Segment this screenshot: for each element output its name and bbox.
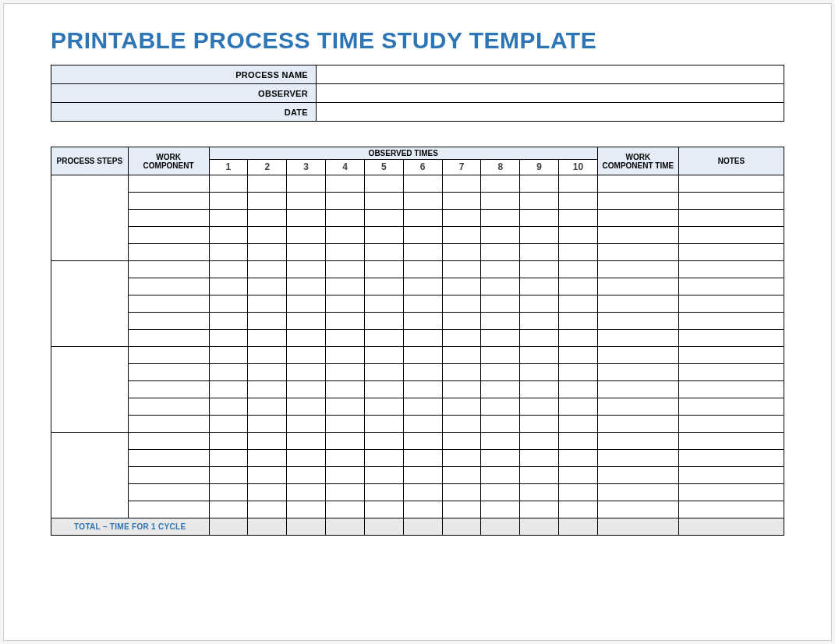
obs-cell[interactable]	[559, 450, 598, 467]
obs-cell[interactable]	[364, 450, 403, 467]
observer-value[interactable]	[317, 84, 784, 103]
obs-cell[interactable]	[442, 261, 481, 278]
obs-cell[interactable]	[481, 381, 520, 398]
obs-cell[interactable]	[403, 295, 442, 313]
obs-cell[interactable]	[520, 278, 559, 295]
obs-cell[interactable]	[403, 347, 442, 364]
obs-cell[interactable]	[442, 330, 481, 347]
obs-cell[interactable]	[287, 261, 326, 278]
obs-cell[interactable]	[326, 278, 365, 295]
work-component-cell[interactable]	[128, 501, 209, 518]
obs-cell[interactable]	[403, 450, 442, 467]
obs-cell[interactable]	[209, 398, 248, 416]
obs-cell[interactable]	[326, 295, 365, 313]
obs-cell[interactable]	[559, 244, 598, 261]
obs-cell[interactable]	[287, 416, 326, 433]
wct-cell[interactable]	[597, 450, 678, 467]
obs-cell[interactable]	[209, 364, 248, 381]
work-component-cell[interactable]	[128, 313, 209, 330]
obs-cell[interactable]	[209, 381, 248, 398]
obs-cell[interactable]	[287, 501, 326, 518]
notes-cell[interactable]	[678, 210, 784, 227]
obs-cell[interactable]	[481, 364, 520, 381]
obs-cell[interactable]	[403, 193, 442, 210]
obs-cell[interactable]	[326, 433, 365, 450]
work-component-cell[interactable]	[128, 398, 209, 416]
obs-cell[interactable]	[248, 313, 287, 330]
obs-cell[interactable]	[559, 227, 598, 244]
wct-cell[interactable]	[597, 313, 678, 330]
obs-cell[interactable]	[248, 210, 287, 227]
obs-cell[interactable]	[481, 416, 520, 433]
obs-cell[interactable]	[364, 261, 403, 278]
obs-cell[interactable]	[287, 347, 326, 364]
work-component-cell[interactable]	[128, 381, 209, 398]
obs-cell[interactable]	[559, 398, 598, 416]
obs-cell[interactable]	[248, 450, 287, 467]
obs-cell[interactable]	[248, 347, 287, 364]
obs-cell[interactable]	[209, 278, 248, 295]
obs-cell[interactable]	[326, 364, 365, 381]
obs-cell[interactable]	[442, 484, 481, 501]
wct-cell[interactable]	[597, 193, 678, 210]
wct-cell[interactable]	[597, 295, 678, 313]
obs-cell[interactable]	[209, 175, 248, 193]
obs-cell[interactable]	[403, 364, 442, 381]
wct-cell[interactable]	[597, 501, 678, 518]
obs-cell[interactable]	[442, 175, 481, 193]
obs-cell[interactable]	[559, 175, 598, 193]
notes-cell[interactable]	[678, 467, 784, 484]
obs-cell[interactable]	[209, 501, 248, 518]
obs-cell[interactable]	[403, 381, 442, 398]
obs-cell[interactable]	[559, 210, 598, 227]
obs-cell[interactable]	[326, 193, 365, 210]
obs-cell[interactable]	[520, 416, 559, 433]
obs-cell[interactable]	[287, 381, 326, 398]
obs-cell[interactable]	[520, 313, 559, 330]
obs-cell[interactable]	[481, 330, 520, 347]
notes-cell[interactable]	[678, 227, 784, 244]
wct-cell[interactable]	[597, 227, 678, 244]
obs-cell[interactable]	[481, 210, 520, 227]
wct-cell[interactable]	[597, 467, 678, 484]
obs-cell[interactable]	[248, 484, 287, 501]
obs-cell[interactable]	[481, 313, 520, 330]
obs-cell[interactable]	[442, 501, 481, 518]
wct-cell[interactable]	[597, 244, 678, 261]
obs-cell[interactable]	[209, 193, 248, 210]
notes-cell[interactable]	[678, 347, 784, 364]
obs-cell[interactable]	[364, 175, 403, 193]
obs-cell[interactable]	[520, 244, 559, 261]
obs-cell[interactable]	[442, 398, 481, 416]
obs-cell[interactable]	[326, 381, 365, 398]
notes-cell[interactable]	[678, 175, 784, 193]
obs-cell[interactable]	[520, 330, 559, 347]
obs-cell[interactable]	[442, 244, 481, 261]
obs-cell[interactable]	[209, 295, 248, 313]
notes-cell[interactable]	[678, 330, 784, 347]
obs-cell[interactable]	[364, 501, 403, 518]
work-component-cell[interactable]	[128, 347, 209, 364]
process-step-cell[interactable]	[51, 433, 129, 518]
obs-cell[interactable]	[326, 347, 365, 364]
wct-cell[interactable]	[597, 330, 678, 347]
obs-cell[interactable]	[481, 347, 520, 364]
work-component-cell[interactable]	[128, 484, 209, 501]
obs-cell[interactable]	[442, 381, 481, 398]
wct-cell[interactable]	[597, 416, 678, 433]
obs-cell[interactable]	[364, 210, 403, 227]
process-step-cell[interactable]	[51, 175, 129, 261]
obs-cell[interactable]	[248, 433, 287, 450]
obs-cell[interactable]	[248, 364, 287, 381]
obs-cell[interactable]	[326, 416, 365, 433]
obs-cell[interactable]	[364, 381, 403, 398]
obs-cell[interactable]	[481, 244, 520, 261]
obs-cell[interactable]	[442, 450, 481, 467]
obs-cell[interactable]	[364, 467, 403, 484]
notes-cell[interactable]	[678, 501, 784, 518]
obs-cell[interactable]	[520, 347, 559, 364]
obs-cell[interactable]	[364, 330, 403, 347]
obs-cell[interactable]	[248, 261, 287, 278]
obs-cell[interactable]	[209, 210, 248, 227]
obs-cell[interactable]	[559, 330, 598, 347]
